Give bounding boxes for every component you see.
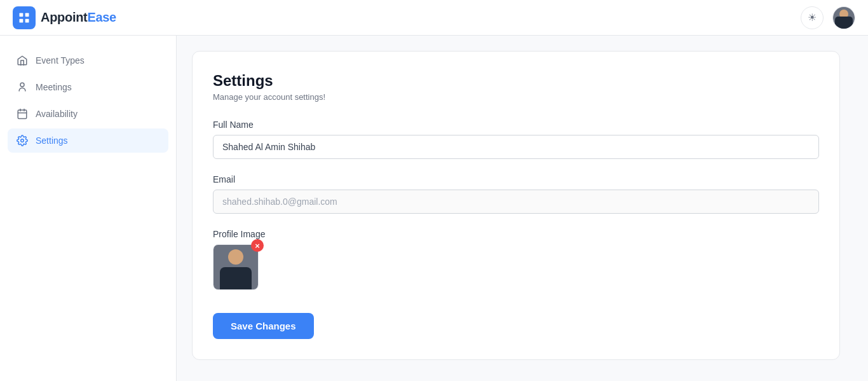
sidebar-item-availability-label: Availability [36,109,78,119]
profile-image-box [213,244,259,290]
svg-rect-0 [20,13,24,17]
logo-text: AppointEase [41,10,116,25]
sidebar: Event Types Meetings Availability S [0,36,177,381]
layout: Event Types Meetings Availability S [0,36,868,381]
person-head-shape [228,249,243,265]
sidebar-item-event-types-label: Event Types [36,55,85,66]
theme-toggle-button[interactable]: ☀ [801,6,824,29]
profile-image-display [214,244,258,290]
email-group: Email [213,174,819,214]
save-changes-button[interactable]: Save Changes [213,313,314,339]
sidebar-item-event-types[interactable]: Event Types [8,48,168,73]
sun-icon: ☀ [808,11,817,24]
logo-icon [13,6,36,29]
header: AppointEase ☀ [0,0,868,36]
full-name-group: Full Name [213,120,819,159]
svg-rect-2 [20,18,24,22]
sidebar-item-settings[interactable]: Settings [8,128,168,153]
logo: AppointEase [13,6,116,29]
full-name-label: Full Name [213,120,819,130]
header-right: ☀ [801,6,855,29]
svg-point-9 [21,139,24,142]
sidebar-item-settings-label: Settings [36,135,68,146]
person-body-shape [220,267,252,290]
profile-image-label: Profile Image [213,229,819,239]
svg-rect-1 [25,13,29,17]
profile-image-wrapper: × [213,244,259,290]
full-name-input[interactable] [213,135,819,159]
svg-point-4 [20,83,24,87]
gear-icon [17,135,28,146]
settings-card: Settings Manage your account settings! F… [192,51,840,360]
email-input[interactable] [213,190,819,214]
sidebar-item-meetings-label: Meetings [36,82,72,92]
calendar-icon [17,108,28,120]
settings-subtitle: Manage your account settings! [213,92,819,102]
svg-rect-5 [18,110,27,119]
svg-rect-3 [25,18,29,22]
user-avatar[interactable] [832,6,855,29]
profile-image-section: Profile Image × [213,229,819,293]
main-content: Settings Manage your account settings! F… [177,36,868,381]
sidebar-item-meetings[interactable]: Meetings [8,75,168,99]
close-icon: × [255,242,260,250]
home-icon [17,55,28,66]
email-label: Email [213,174,819,184]
remove-image-button[interactable]: × [251,239,264,252]
user-icon [17,81,28,93]
sidebar-item-availability[interactable]: Availability [8,102,168,126]
settings-title: Settings [213,72,819,90]
